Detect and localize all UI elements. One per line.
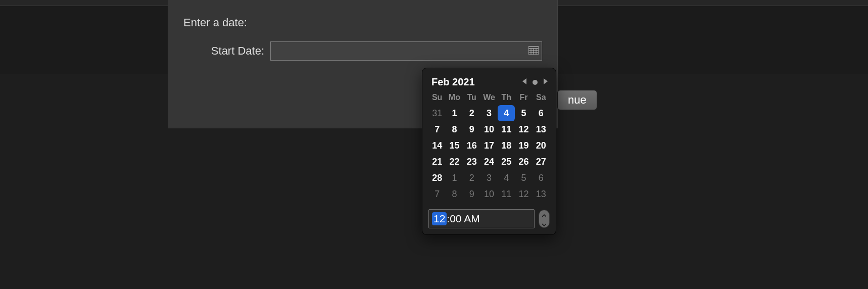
calendar-day[interactable]: 18	[498, 137, 515, 154]
time-row: 12:00 AM	[428, 209, 550, 228]
calendar-day[interactable]: 13	[533, 186, 550, 202]
time-hour-segment[interactable]: 12	[432, 212, 447, 225]
calendar-day[interactable]: 5	[515, 170, 532, 186]
chevron-right-icon	[543, 78, 549, 87]
calendar-day[interactable]: 28	[428, 170, 446, 186]
next-month-button[interactable]	[543, 78, 549, 87]
calendar-icon	[528, 45, 539, 57]
calendar-day[interactable]: 19	[515, 137, 532, 154]
dialog-prompt: Enter a date:	[183, 16, 542, 29]
time-input[interactable]: 12:00 AM	[428, 209, 535, 228]
today-button[interactable]	[533, 80, 538, 85]
calendar-day[interactable]: 17	[480, 137, 498, 154]
calendar-day[interactable]: 3	[480, 105, 498, 121]
dow-header: Th	[498, 93, 515, 105]
calendar-day[interactable]: 4	[498, 105, 515, 121]
start-date-input[interactable]	[270, 41, 542, 61]
calendar-day[interactable]: 2	[463, 170, 480, 186]
chevron-up-icon	[542, 210, 546, 219]
calendar-day[interactable]: 25	[498, 154, 515, 170]
time-step-up-button[interactable]	[539, 210, 549, 219]
month-header: Feb 2021	[428, 74, 550, 93]
calendar-day[interactable]: 6	[533, 105, 550, 121]
calendar-day[interactable]: 13	[533, 121, 550, 137]
dow-header: Sa	[533, 93, 550, 105]
calendar-day[interactable]: 10	[480, 186, 498, 202]
calendar-day[interactable]: 1	[446, 170, 463, 186]
time-stepper	[539, 210, 550, 228]
calendar-day[interactable]: 26	[515, 154, 532, 170]
calendar-day[interactable]: 5	[515, 105, 532, 121]
calendar-day[interactable]: 9	[463, 186, 480, 202]
continue-button[interactable]: nue	[557, 90, 597, 110]
calendar-day[interactable]: 9	[463, 121, 480, 137]
chevron-left-icon	[521, 78, 527, 87]
calendar-day[interactable]: 14	[428, 137, 446, 154]
time-rest-segment[interactable]: :00 AM	[447, 213, 479, 225]
chevron-down-icon	[542, 219, 546, 228]
calendar-day[interactable]: 4	[498, 170, 515, 186]
calendar-day[interactable]: 6	[533, 170, 550, 186]
calendar-day[interactable]: 24	[480, 154, 498, 170]
calendar-open-button[interactable]	[527, 44, 540, 58]
dow-header: Mo	[446, 93, 463, 105]
calendar-day[interactable]: 20	[533, 137, 550, 154]
calendar-day[interactable]: 11	[498, 186, 515, 202]
datepicker-popover: Feb 2021 SuMoTuWeThFrSa31123456789101112…	[422, 68, 556, 234]
calendar-day[interactable]: 12	[515, 186, 532, 202]
calendar-day[interactable]: 15	[446, 137, 463, 154]
calendar-day[interactable]: 21	[428, 154, 446, 170]
calendar-day[interactable]: 1	[446, 105, 463, 121]
calendar-day[interactable]: 27	[533, 154, 550, 170]
calendar-day[interactable]: 3	[480, 170, 498, 186]
calendar-day[interactable]: 12	[515, 121, 532, 137]
calendar-day[interactable]: 23	[463, 154, 480, 170]
month-nav-controls	[521, 78, 549, 87]
calendar-day[interactable]: 31	[428, 105, 446, 121]
dow-header: Fr	[515, 93, 532, 105]
calendar-day[interactable]: 11	[498, 121, 515, 137]
dow-header: Tu	[463, 93, 480, 105]
calendar-day[interactable]: 22	[446, 154, 463, 170]
calendar-day[interactable]: 8	[446, 121, 463, 137]
dow-header: Su	[428, 93, 446, 105]
start-date-row: Start Date:	[183, 41, 542, 61]
month-title: Feb 2021	[431, 76, 475, 88]
start-date-label: Start Date:	[183, 44, 264, 58]
dow-header: We	[480, 93, 498, 105]
calendar-day[interactable]: 16	[463, 137, 480, 154]
calendar-grid: SuMoTuWeThFrSa31123456789101112131415161…	[428, 93, 550, 202]
start-date-input-container	[270, 41, 542, 61]
calendar-day[interactable]: 7	[428, 186, 446, 202]
calendar-day[interactable]: 2	[463, 105, 480, 121]
calendar-day[interactable]: 10	[480, 121, 498, 137]
time-step-down-button[interactable]	[539, 219, 549, 228]
calendar-day[interactable]: 8	[446, 186, 463, 202]
prev-month-button[interactable]	[521, 78, 527, 87]
calendar-day[interactable]: 7	[428, 121, 446, 137]
